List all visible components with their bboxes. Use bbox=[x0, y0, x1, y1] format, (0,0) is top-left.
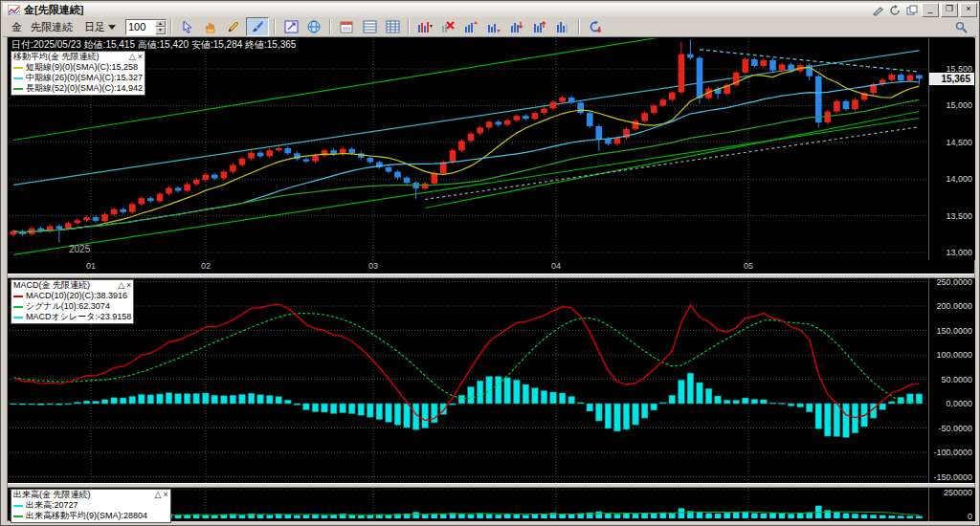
legend-label: 出来高:20727 bbox=[26, 500, 78, 511]
globe-icon[interactable] bbox=[303, 18, 324, 35]
price-axis: 15,50015,00014,50014,00013,50013,00015,3… bbox=[928, 38, 975, 260]
legend-swatch bbox=[13, 505, 23, 507]
refresh-chart-icon[interactable] bbox=[585, 18, 606, 35]
macd-plot[interactable] bbox=[10, 278, 928, 483]
legend-item: 中期線(26)(0)(SMA)(C):15,327 bbox=[13, 73, 143, 83]
hgrid-icon[interactable] bbox=[359, 18, 380, 35]
stepper-up-icon[interactable]: ▲ bbox=[155, 20, 166, 28]
bar-count-value: 100 bbox=[126, 20, 155, 34]
refresh-icon[interactable] bbox=[887, 4, 902, 16]
pen-icon[interactable] bbox=[870, 4, 885, 16]
candlestick-plot[interactable]: 2025 bbox=[10, 38, 928, 260]
legend-collapse-icon[interactable]: △ bbox=[129, 52, 136, 61]
volume-legend: 出来高(金 先限連続) △× 出来高:20727出来高移動平均(9)(SMA):… bbox=[11, 489, 171, 523]
calendar-icon[interactable] bbox=[336, 18, 357, 35]
legend-collapse-icon[interactable]: △ bbox=[118, 280, 124, 290]
axis-tick-label: 13,000 bbox=[946, 248, 972, 257]
macd-legend: MACD(金 先限連続) △× MACD(10)(20)(C):38.3916シ… bbox=[11, 279, 134, 324]
time-tick-label: 01 bbox=[86, 261, 96, 271]
ma-legend-items: 短期線(9)(0)(SMA)(C):15,258中期線(26)(0)(SMA)(… bbox=[13, 62, 143, 94]
time-tick-label: 03 bbox=[368, 261, 378, 271]
legend-label: MACD(10)(20)(C):38.3916 bbox=[26, 291, 127, 301]
chevron-down-icon bbox=[108, 25, 116, 30]
legend-label: 中期線(26)(0)(SMA)(C):15,327 bbox=[26, 73, 143, 83]
axis-tick-label: 0 bbox=[968, 512, 972, 521]
axis-tick-label: 150.0000 bbox=[936, 326, 972, 336]
time-tick-label: 02 bbox=[201, 261, 211, 271]
hand-icon[interactable] bbox=[200, 18, 221, 35]
indicator-layout-5-icon[interactable] bbox=[552, 18, 573, 35]
time-tick-label: 04 bbox=[551, 261, 561, 271]
period-select[interactable]: 日足 bbox=[84, 20, 116, 34]
stepper-down-icon[interactable]: ▼ bbox=[155, 27, 166, 34]
legend-collapse-icon[interactable]: △ bbox=[155, 490, 162, 499]
legend-label: シグナル(10):62.3074 bbox=[26, 301, 110, 312]
axis-tick-label: -100.0000 bbox=[933, 448, 972, 457]
indicator-layout-1-icon[interactable] bbox=[460, 18, 481, 35]
axis-tick-label: 250.0000 bbox=[936, 277, 972, 287]
legend-swatch bbox=[13, 88, 23, 90]
legend-label: 出来高移動平均(9)(SMA):28804 bbox=[26, 511, 147, 521]
period-value: 日足 bbox=[84, 20, 105, 34]
window-title: 金[先限連続] bbox=[24, 3, 83, 17]
ohlc-info-line: 日付:2025/05/23 始値:15,415 高値:15,420 安値:15,… bbox=[11, 38, 296, 52]
contract-label: 先限連続 bbox=[31, 20, 73, 34]
macd-legend-items: MACD(10)(20)(C):38.3916シグナル(10):62.3074M… bbox=[13, 291, 131, 322]
axis-scale-icon[interactable] bbox=[280, 18, 301, 35]
legend-swatch bbox=[13, 77, 23, 79]
volume-legend-items: 出来高:20727出来高移動平均(9)(SMA):28804 bbox=[13, 500, 168, 521]
axis-tick-label: -150.0000 bbox=[933, 472, 972, 482]
remove-indicator-icon[interactable] bbox=[437, 18, 458, 35]
legend-close-icon[interactable]: × bbox=[138, 52, 143, 61]
legend-item: 出来高移動平均(9)(SMA):28804 bbox=[13, 511, 168, 521]
volume-axis: 2500000 bbox=[928, 488, 975, 521]
time-axis: 0102030405 bbox=[10, 260, 928, 274]
axis-tick-label: 13,500 bbox=[946, 211, 972, 221]
volume-legend-title: 出来高(金 先限連続) bbox=[13, 490, 91, 500]
axis-tick-label: 50.0000 bbox=[941, 375, 972, 384]
legend-label: 長期線(52)(0)(SMA)(C):14,942 bbox=[26, 83, 143, 94]
legend-item: 短期線(9)(0)(SMA)(C):15,258 bbox=[13, 62, 143, 73]
time-tick-label: 05 bbox=[744, 261, 753, 271]
legend-item: シグナル(10):62.3074 bbox=[13, 301, 131, 312]
toolbar: 金 先限連続 日足 100 ▲▼ bbox=[3, 17, 977, 37]
pencil-icon[interactable] bbox=[223, 18, 244, 35]
brush-icon[interactable] bbox=[246, 17, 269, 36]
legend-swatch bbox=[13, 67, 23, 69]
legend-swatch bbox=[13, 296, 23, 297]
axis-tick-label: 250000 bbox=[944, 488, 972, 497]
legend-item: 長期線(52)(0)(SMA)(C):14,942 bbox=[13, 83, 143, 94]
symbol-label: 金 bbox=[11, 20, 22, 34]
bar-count-stepper[interactable]: 100 ▲▼ bbox=[125, 19, 167, 35]
grid-icon[interactable] bbox=[382, 18, 403, 35]
current-price-tag: 15,365 bbox=[929, 73, 974, 85]
axis-tick-label: 0.0000 bbox=[946, 399, 972, 408]
legend-swatch bbox=[13, 306, 23, 308]
app-window: 金[先限連続] _ ❐ × 金 先限連続 日足 100 ▲▼ bbox=[0, 0, 980, 526]
close-button[interactable]: × bbox=[960, 3, 977, 17]
axis-tick-label: 100.0000 bbox=[936, 350, 972, 360]
chart-type-icon[interactable] bbox=[414, 18, 435, 35]
legend-swatch bbox=[13, 515, 23, 517]
restore-button[interactable]: ❐ bbox=[941, 3, 958, 17]
axis-tick-label: 15,000 bbox=[946, 100, 972, 110]
chart-icon bbox=[8, 5, 20, 15]
indicator-layout-3-icon[interactable] bbox=[506, 18, 527, 35]
chart-region: 2025 15,50015,00014,50014,00013,50013,00… bbox=[7, 36, 975, 521]
select-icon[interactable] bbox=[177, 18, 198, 35]
indicator-layout-2-icon[interactable] bbox=[483, 18, 504, 35]
legend-close-icon[interactable]: × bbox=[163, 490, 167, 499]
stepper-buttons[interactable]: ▲▼ bbox=[155, 20, 166, 34]
legend-label: 短期線(9)(0)(SMA)(C):15,258 bbox=[26, 62, 138, 73]
ma-legend: 移動平均(金 先限連続) △× 短期線(9)(0)(SMA)(C):15,258… bbox=[11, 51, 145, 96]
legend-close-icon[interactable]: × bbox=[126, 280, 131, 290]
macd-legend-title: MACD(金 先限連続) bbox=[13, 280, 90, 291]
indicator-layout-4-icon[interactable] bbox=[529, 18, 550, 35]
title-bar[interactable]: 金[先限連続] _ ❐ × bbox=[3, 3, 977, 18]
minimize-button[interactable]: _ bbox=[922, 3, 939, 17]
axis-tick-label: 200.0000 bbox=[936, 301, 972, 311]
search-icon[interactable] bbox=[950, 18, 971, 35]
axis-tick-label: 14,500 bbox=[946, 138, 972, 147]
legend-item: MACD(10)(20)(C):38.3916 bbox=[13, 291, 131, 301]
copy-window-icon[interactable] bbox=[904, 4, 920, 16]
